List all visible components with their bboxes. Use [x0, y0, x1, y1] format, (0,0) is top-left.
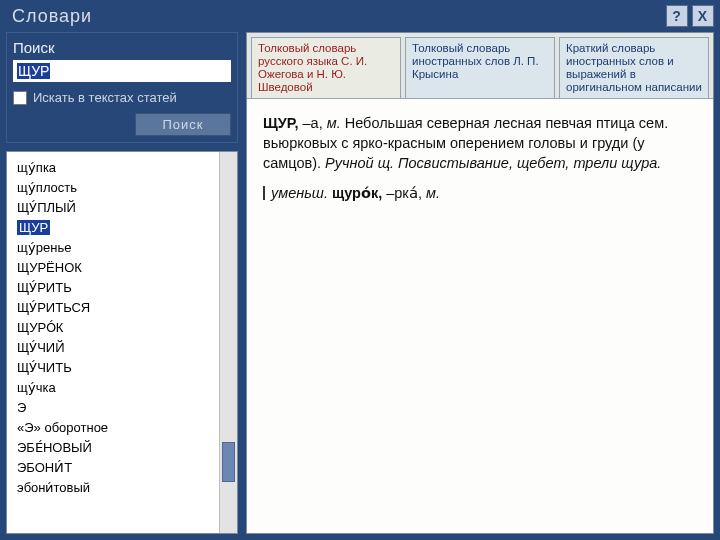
dim-gram: –рка́,	[386, 185, 426, 201]
wordlist[interactable]: щу́пкащу́плостьЩУ́ПЛЫЙЩУРщу́реньеЩУРЁНОК…	[7, 152, 219, 533]
headword: ЩУР,	[263, 115, 299, 131]
search-button[interactable]: Поиск	[135, 113, 231, 136]
search-panel: Поиск ЩУР Искать в текстах статей Поиск	[6, 32, 238, 143]
list-item[interactable]: ЩУ́РИТЬСЯ	[17, 298, 215, 318]
examples: Ручной щ. Посвистывание, щебет, трели щу…	[325, 155, 661, 171]
list-item[interactable]: ЭБОНИ́Т	[17, 458, 215, 478]
list-item[interactable]: щу́ренье	[17, 238, 215, 258]
checkbox-label: Искать в текстах статей	[33, 90, 177, 105]
search-input[interactable]: ЩУР	[15, 62, 229, 80]
list-item[interactable]: ЭБЕ́НОВЫЙ	[17, 438, 215, 458]
list-item[interactable]: ЩУ́ЧИТЬ	[17, 358, 215, 378]
gram-info: –а,	[299, 115, 327, 131]
part-of-speech: м.	[327, 115, 341, 131]
wordlist-panel: щу́пкащу́плостьЩУ́ПЛЫЙЩУРщу́реньеЩУРЁНОК…	[6, 151, 238, 534]
article-diminutive: уменьш. щуро́к, –рка́, м.	[263, 183, 697, 203]
scrollbar[interactable]	[219, 152, 237, 533]
scrollbar-thumb[interactable]	[222, 442, 235, 482]
list-item[interactable]: щу́плость	[17, 178, 215, 198]
window-title: Словари	[12, 6, 662, 27]
tab-dictionary-1[interactable]: Толковый словарь иностранных слов Л. П. …	[405, 37, 555, 98]
dictionary-tabs: Толковый словарь русского языка С. И. Ож…	[247, 33, 713, 99]
body: Поиск ЩУР Искать в текстах статей Поиск …	[0, 32, 720, 540]
list-item[interactable]: ЩУ́РИТЬ	[17, 278, 215, 298]
list-item[interactable]: Э	[17, 398, 215, 418]
article: ЩУР, –а, м. Небольшая северная лесная пе…	[247, 99, 713, 533]
search-label: Поиск	[13, 39, 231, 56]
tab-dictionary-2[interactable]: Краткий словарь иностранных слов и выраж…	[559, 37, 709, 98]
close-button[interactable]: X	[692, 5, 714, 27]
list-item[interactable]: эбони́товый	[17, 478, 215, 498]
list-item[interactable]: ЩУ́ПЛЫЙ	[17, 198, 215, 218]
separator-bar-icon	[263, 186, 265, 200]
sidebar: Поиск ЩУР Искать в текстах статей Поиск …	[6, 32, 238, 534]
list-item[interactable]: ЩУРЁНОК	[17, 258, 215, 278]
article-definition: ЩУР, –а, м. Небольшая северная лесная пе…	[263, 113, 697, 173]
list-item[interactable]: ЩУРО́К	[17, 318, 215, 338]
dim-label: уменьш.	[271, 185, 328, 201]
list-item[interactable]: щу́пка	[17, 158, 215, 178]
list-item[interactable]: ЩУ́ЧИЙ	[17, 338, 215, 358]
dim-pos: м.	[426, 185, 440, 201]
search-input-value: ЩУР	[17, 63, 50, 79]
list-item[interactable]: «Э» оборотное	[17, 418, 215, 438]
dim-word: щуро́к,	[328, 185, 386, 201]
help-button[interactable]: ?	[666, 5, 688, 27]
list-item[interactable]: ЩУР	[17, 218, 215, 238]
titlebar: Словари ? X	[0, 0, 720, 32]
main-panel: Толковый словарь русского языка С. И. Ож…	[246, 32, 714, 534]
search-input-wrap[interactable]: ЩУР	[13, 60, 231, 82]
list-item[interactable]: щу́чка	[17, 378, 215, 398]
app-window: Словари ? X Поиск ЩУР Искать в текстах с…	[0, 0, 720, 540]
tab-dictionary-0[interactable]: Толковый словарь русского языка С. И. Ож…	[251, 37, 401, 98]
checkbox-icon[interactable]	[13, 91, 27, 105]
search-in-texts-row[interactable]: Искать в текстах статей	[13, 90, 231, 105]
